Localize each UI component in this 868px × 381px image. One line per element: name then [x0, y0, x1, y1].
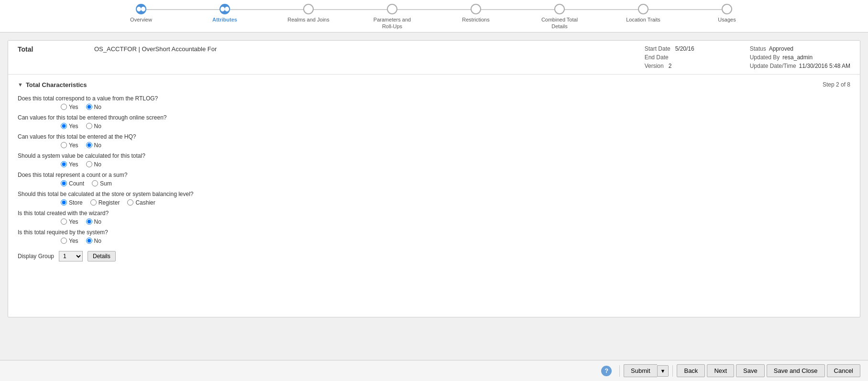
section-total-characteristics: ▼ Total Characteristics Step 2 of 8 Does… — [8, 75, 860, 268]
radio-store[interactable]: Store — [61, 199, 83, 206]
step-location[interactable]: Location Traits — [602, 4, 685, 23]
step-combined[interactable]: Combined Total Details — [518, 4, 602, 30]
radio-online-yes-input[interactable] — [61, 123, 67, 129]
radio-store-input[interactable] — [61, 199, 67, 206]
details-button[interactable]: Details — [88, 251, 116, 261]
radio-rtlog-no-input[interactable] — [86, 104, 92, 110]
radio-rtlog-yes-input[interactable] — [61, 104, 67, 110]
radio-online-no-label: No — [94, 123, 101, 130]
record-dates: Start Date 5/20/16 End Date Version 2 — [645, 45, 731, 69]
record-status: Status Approved Updated By resa_admin Up… — [750, 45, 850, 69]
radio-system-calc-no-input[interactable] — [86, 161, 92, 167]
radio-required-yes-label: Yes — [69, 238, 78, 244]
radio-count-label: Count — [69, 180, 84, 187]
step-label-restrictions: Restrictions — [462, 16, 489, 23]
question-online-label: Can values for this total be entered thr… — [18, 114, 850, 121]
radio-wizard-no-label: No — [94, 218, 101, 225]
step-circle-overview — [136, 4, 146, 14]
question-count-sum-label: Does this total represent a count or a s… — [18, 172, 850, 178]
radio-required-yes-input[interactable] — [61, 238, 67, 244]
radio-wizard-yes-label: Yes — [69, 218, 78, 225]
question-required-system: Is this total required by the system? Ye… — [18, 229, 850, 244]
step-realms[interactable]: Realms and Joins — [267, 4, 351, 23]
step-label-attributes: Attributes — [212, 16, 237, 23]
step-label-parameters: Parameters and Roll-Ups — [371, 16, 414, 30]
update-dt-label: Update Date/Time — [750, 63, 796, 69]
radio-hq-no[interactable]: No — [86, 142, 101, 149]
radio-online-yes[interactable]: Yes — [61, 123, 78, 130]
step-circle-realms — [303, 4, 314, 14]
radio-group-wizard-created: Yes No — [18, 218, 850, 225]
radio-sum-input[interactable] — [92, 180, 98, 186]
radio-group-online: Yes No — [18, 123, 850, 130]
radio-system-calc-yes-input[interactable] — [61, 161, 67, 167]
main-content: Total OS_ACCTFOR | OverShort Accountable… — [8, 40, 860, 317]
radio-system-calc-no-label: No — [94, 161, 101, 168]
update-dt-value: 11/30/2016 5:48 AM — [799, 63, 850, 69]
radio-required-no-label: No — [94, 238, 101, 244]
radio-register[interactable]: Register — [90, 199, 120, 206]
version-value: 2 — [669, 63, 672, 69]
step-parameters[interactable]: Parameters and Roll-Ups — [351, 4, 434, 30]
step-label-combined: Combined Total Details — [538, 16, 581, 30]
section-arrow-icon: ▼ — [18, 82, 23, 87]
radio-hq-no-input[interactable] — [86, 142, 92, 148]
radio-hq-yes-label: Yes — [69, 142, 78, 149]
radio-online-no[interactable]: No — [86, 123, 101, 130]
start-date-label: Start Date — [645, 45, 670, 52]
radio-group-hq: Yes No — [18, 142, 850, 149]
radio-rtlog-yes[interactable]: Yes — [61, 104, 78, 110]
end-date-label: End Date — [645, 54, 669, 61]
updated-by-label: Updated By — [750, 54, 780, 61]
radio-wizard-yes[interactable]: Yes — [61, 218, 78, 225]
radio-cashier-input[interactable] — [127, 199, 133, 206]
radio-count[interactable]: Count — [61, 180, 84, 187]
radio-rtlog-no[interactable]: No — [86, 104, 101, 110]
radio-wizard-no[interactable]: No — [86, 218, 101, 225]
question-wizard-created: Is this total created with the wizard? Y… — [18, 210, 850, 225]
radio-online-no-input[interactable] — [86, 123, 92, 129]
display-group-select[interactable]: 1 2 3 — [59, 251, 83, 261]
step-overview[interactable]: Overview — [99, 4, 183, 23]
updated-by-value: resa_admin — [782, 54, 813, 61]
radio-sum[interactable]: Sum — [92, 180, 112, 187]
radio-wizard-no-input[interactable] — [86, 218, 92, 225]
radio-register-input[interactable] — [90, 199, 97, 206]
step-circle-combined — [554, 4, 565, 14]
step-circle-parameters — [387, 4, 397, 14]
radio-online-yes-label: Yes — [69, 123, 78, 130]
radio-cashier[interactable]: Cashier — [127, 199, 155, 206]
section-title-text: Total Characteristics — [26, 81, 87, 88]
radio-register-label: Register — [99, 199, 120, 206]
radio-group-calc-level: Store Register Cashier — [18, 199, 850, 206]
start-date-value: 5/20/16 — [675, 45, 694, 52]
radio-system-calc-yes[interactable]: Yes — [61, 161, 78, 168]
radio-group-system-calc: Yes No — [18, 161, 850, 168]
question-system-calc-label: Should a system value be calculated for … — [18, 152, 850, 159]
radio-system-calc-no[interactable]: No — [86, 161, 101, 168]
radio-required-yes[interactable]: Yes — [61, 238, 78, 244]
radio-required-no[interactable]: No — [86, 238, 101, 244]
record-header: Total OS_ACCTFOR | OverShort Accountable… — [8, 41, 860, 75]
record-title: Total — [18, 45, 46, 53]
question-calc-level-label: Should this total be calculated at the s… — [18, 191, 850, 197]
wizard-bar: Overview Attributes Realms and Joins Par… — [0, 0, 868, 33]
radio-hq-yes[interactable]: Yes — [61, 142, 78, 149]
step-circle-location — [638, 4, 648, 14]
display-group-label: Display Group — [18, 253, 54, 260]
radio-count-input[interactable] — [61, 180, 67, 186]
step-attributes[interactable]: Attributes — [183, 4, 267, 23]
radio-hq-yes-input[interactable] — [61, 142, 67, 148]
radio-hq-no-label: No — [94, 142, 101, 149]
radio-required-no-input[interactable] — [86, 238, 92, 244]
step-restrictions[interactable]: Restrictions — [434, 4, 518, 23]
radio-sum-label: Sum — [100, 180, 112, 187]
radio-cashier-label: Cashier — [135, 199, 155, 206]
section-title: ▼ Total Characteristics Step 2 of 8 — [18, 81, 850, 88]
question-hq: Can values for this total be entered at … — [18, 133, 850, 149]
step-usages[interactable]: Usages — [685, 4, 769, 23]
question-rtlog: Does this total correspond to a value fr… — [18, 95, 850, 110]
question-wizard-created-label: Is this total created with the wizard? — [18, 210, 850, 217]
radio-wizard-yes-input[interactable] — [61, 218, 67, 225]
step-label-realms: Realms and Joins — [287, 16, 329, 23]
